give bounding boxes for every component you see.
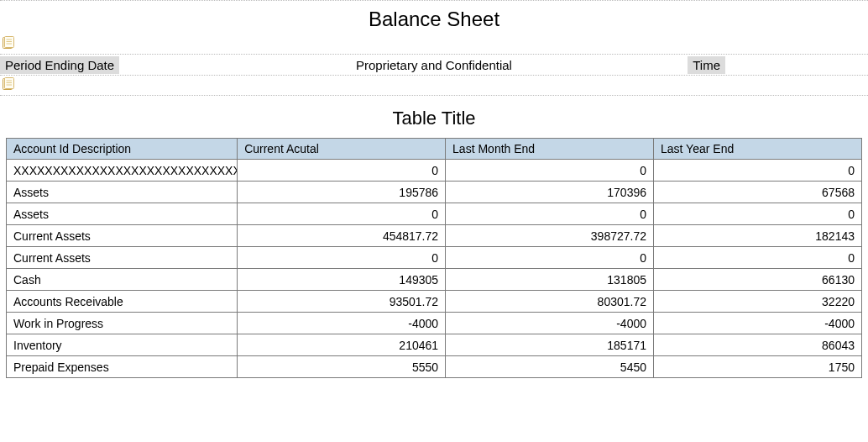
cell-description: Cash (7, 269, 238, 291)
cell-description: Assets (7, 203, 238, 225)
cell-description: Prepaid Expenses (7, 356, 238, 378)
report-title: Balance Sheet (0, 8, 868, 31)
col-header-account-description: Account Id Description (7, 139, 238, 160)
table-row: Prepaid Expenses555054501750 (7, 356, 862, 378)
cell-last-year: 0 (654, 247, 862, 269)
cell-description: XXXXXXXXXXXXXXXXXXXXXXXXXXXXXX (7, 160, 238, 182)
cell-current: 93501.72 (238, 291, 446, 313)
cell-last-year: 86043 (654, 334, 862, 356)
cell-last-month: 170396 (446, 182, 654, 203)
cell-current: 210461 (238, 334, 446, 356)
cell-current: 454817.72 (238, 225, 446, 247)
cell-last-month: 5450 (446, 356, 654, 378)
cell-last-year: 32220 (654, 291, 862, 313)
cell-current: 0 (238, 160, 446, 182)
cell-current: 149305 (238, 269, 446, 291)
col-header-current-actual: Current Acutal (238, 139, 446, 160)
cell-last-year: 1750 (654, 356, 862, 378)
cell-last-year: 0 (654, 203, 862, 225)
cell-description: Current Assets (7, 247, 238, 269)
cell-current: 0 (238, 247, 446, 269)
table-row: Current Assets454817.72398727.72182143 (7, 225, 862, 247)
cell-last-year: 66130 (654, 269, 862, 291)
table-row: Cash14930513180566130 (7, 269, 862, 291)
table-row: Inventory21046118517186043 (7, 334, 862, 356)
cell-description: Work in Progress (7, 313, 238, 334)
cell-current: 0 (238, 203, 446, 225)
time-label: Time (688, 56, 725, 74)
cell-last-month: 0 (446, 203, 654, 225)
cell-description: Inventory (7, 334, 238, 356)
cell-last-month: 398727.72 (446, 225, 654, 247)
col-header-last-year-end: Last Year End (654, 139, 862, 160)
confidential-label: Proprietary and Confidential (0, 58, 868, 72)
table-row: Current Assets000 (7, 247, 862, 269)
cell-current: 5550 (238, 356, 446, 378)
cell-last-year: -4000 (654, 313, 862, 334)
cell-last-month: 80301.72 (446, 291, 654, 313)
col-header-last-month-end: Last Month End (446, 139, 654, 160)
table-row: Assets19578617039667568 (7, 182, 862, 203)
cell-last-month: 131805 (446, 269, 654, 291)
cell-last-month: 185171 (446, 334, 654, 356)
cell-last-year: 0 (654, 160, 862, 182)
cell-last-year: 67568 (654, 182, 862, 203)
table-row: XXXXXXXXXXXXXXXXXXXXXXXXXXXXXX000 (7, 160, 862, 182)
cell-current: 195786 (238, 182, 446, 203)
cell-description: Assets (7, 182, 238, 203)
table-row: Work in Progress-4000-4000-4000 (7, 313, 862, 334)
cell-description: Current Assets (7, 225, 238, 247)
table-title: Table Title (0, 108, 868, 129)
cell-last-year: 182143 (654, 225, 862, 247)
table-row: Assets000 (7, 203, 862, 225)
balance-sheet-table: Account Id Description Current Acutal La… (6, 138, 862, 378)
cell-last-month: 0 (446, 247, 654, 269)
cell-current: -4000 (238, 313, 446, 334)
period-ending-date-label: Period Ending Date (0, 56, 119, 74)
cell-description: Accounts Receivable (7, 291, 238, 313)
note-icon[interactable] (2, 77, 15, 91)
note-icon[interactable] (2, 36, 15, 50)
table-row: Accounts Receivable93501.7280301.7232220 (7, 291, 862, 313)
cell-last-month: 0 (446, 160, 654, 182)
cell-last-month: -4000 (446, 313, 654, 334)
meta-row: Period Ending Date Proprietary and Confi… (0, 54, 868, 76)
